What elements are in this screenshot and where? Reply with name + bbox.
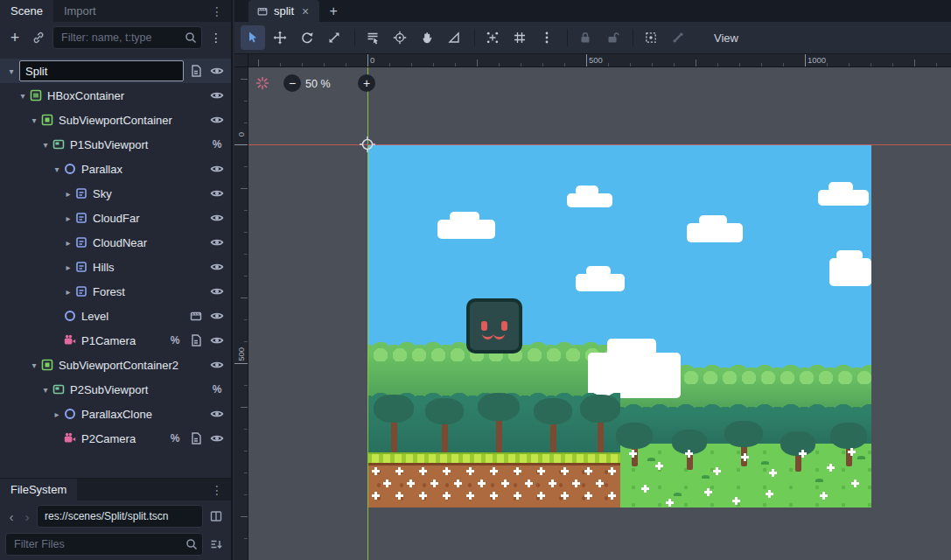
open-scene-icon[interactable]: [189, 309, 203, 323]
script-icon[interactable]: [189, 333, 203, 347]
row-badges: [210, 211, 231, 225]
visibility-eye-icon[interactable]: [210, 309, 224, 323]
back-icon[interactable]: ‹: [5, 509, 17, 524]
tree-row-p1subviewport[interactable]: ▾P1SubViewport%: [0, 132, 231, 157]
visibility-eye-icon[interactable]: [210, 162, 224, 176]
visibility-eye-icon[interactable]: [210, 358, 224, 372]
instantiate-scene-button[interactable]: [29, 28, 48, 47]
v-ruler[interactable]: 0500: [234, 67, 248, 560]
parallax-layer-icon: [74, 235, 90, 249]
tree-row-hboxcontainer[interactable]: ▾HBoxContainer: [0, 83, 231, 108]
ruler-tool-button[interactable]: [442, 25, 466, 50]
tree-row-p2camera[interactable]: P2Camera%: [0, 426, 231, 451]
current-path-input[interactable]: [37, 505, 203, 528]
flower: [563, 470, 566, 472]
tree-row-cloudnear[interactable]: ▸CloudNear: [0, 230, 231, 255]
tree-row-forest[interactable]: ▸Forest: [0, 279, 231, 304]
visibility-eye-icon[interactable]: [210, 431, 224, 445]
canvas-viewport[interactable]: − 50 % +: [248, 67, 951, 560]
row-badges: %: [168, 333, 231, 347]
visibility-eye-icon[interactable]: [210, 88, 224, 102]
pivot-tool-button[interactable]: [388, 25, 412, 50]
group-button-button[interactable]: [639, 25, 663, 50]
tree-row-hills[interactable]: ▸Hills: [0, 255, 231, 279]
list-select-tool-button[interactable]: [360, 25, 385, 50]
tree-row-subviewportcontainer2[interactable]: ▾SubViewportContainer2: [0, 353, 231, 377]
unique-name-icon[interactable]: %: [168, 333, 182, 347]
collapse-right-icon[interactable]: ▸: [62, 238, 74, 248]
node2d-icon: [63, 407, 79, 421]
collapse-down-icon[interactable]: ▾: [5, 66, 17, 76]
dock-menu-icon[interactable]: ⋮: [203, 0, 231, 22]
move-tool-button[interactable]: [268, 25, 292, 50]
filesystem-menu-icon[interactable]: ⋮: [203, 479, 231, 500]
script-icon[interactable]: [189, 431, 203, 445]
visibility-eye-icon[interactable]: [210, 333, 224, 347]
tree-row-cloudfar[interactable]: ▸CloudFar: [0, 206, 231, 230]
collapse-right-icon[interactable]: ▸: [62, 189, 74, 199]
tab-filesystem[interactable]: FileSystem: [0, 479, 77, 500]
visibility-eye-icon[interactable]: [210, 260, 224, 274]
row-badges: [210, 358, 231, 372]
flower: [772, 472, 774, 474]
cloud-puff: [829, 182, 853, 192]
file-sort-button[interactable]: [206, 535, 226, 554]
grid-snap-toggle-button[interactable]: [507, 25, 532, 50]
visibility-eye-icon[interactable]: [210, 407, 224, 421]
scale-tool-button[interactable]: [322, 25, 346, 50]
toolbar-separator: [567, 29, 568, 46]
visibility-eye-icon[interactable]: [210, 211, 224, 225]
visibility-eye-icon[interactable]: [210, 186, 224, 200]
pan-tool-button[interactable]: [415, 25, 439, 50]
file-filter-input[interactable]: [5, 533, 203, 556]
visibility-eye-icon[interactable]: [210, 113, 224, 127]
tree-row-p1camera[interactable]: P1Camera%: [0, 328, 231, 353]
collapse-right-icon[interactable]: ▸: [62, 262, 74, 272]
collapse-down-icon[interactable]: ▾: [51, 164, 63, 174]
collapse-right-icon[interactable]: ▸: [62, 287, 74, 297]
forward-icon[interactable]: ›: [21, 509, 33, 524]
subviewport-icon: [52, 137, 67, 151]
new-scene-tab-button[interactable]: +: [323, 0, 344, 22]
view-menu-button[interactable]: View: [705, 26, 747, 49]
rename-node-input[interactable]: [19, 60, 184, 81]
snap-options-menu-button[interactable]: [535, 25, 559, 50]
toggle-split-mode-button[interactable]: [206, 507, 226, 526]
tree-options-menu-icon[interactable]: ⋮: [206, 28, 226, 47]
tree-row-parallaxclone[interactable]: ▸ParallaxClone: [0, 402, 231, 426]
add-node-button[interactable]: +: [5, 28, 24, 47]
select-tool-button[interactable]: [241, 25, 265, 50]
script-icon[interactable]: [189, 64, 203, 78]
collapse-down-icon[interactable]: ▾: [28, 360, 40, 370]
collapse-down-icon[interactable]: ▾: [17, 91, 29, 101]
smart-snap-toggle-button[interactable]: [480, 25, 505, 50]
node-filter-input[interactable]: [52, 26, 202, 49]
visibility-eye-icon[interactable]: [210, 284, 224, 298]
tree-row-level[interactable]: Level: [0, 304, 231, 328]
unique-name-icon[interactable]: %: [210, 137, 224, 151]
zoom-out-button[interactable]: −: [283, 74, 301, 92]
collapse-right-icon[interactable]: ▸: [62, 214, 74, 223]
zoom-level-label[interactable]: 50 %: [305, 78, 331, 90]
tree-row-subviewportcontainer[interactable]: ▾SubViewportContainer: [0, 108, 231, 132]
collapse-right-icon[interactable]: ▸: [51, 410, 63, 419]
unique-name-icon[interactable]: %: [210, 382, 224, 396]
tree-row-p2subviewport[interactable]: ▾P2SubViewport%: [0, 377, 231, 402]
unique-name-icon[interactable]: %: [168, 431, 182, 445]
collapse-down-icon[interactable]: ▾: [39, 385, 52, 395]
tree-row-split[interactable]: ▾: [0, 59, 231, 83]
rotate-tool-button[interactable]: [295, 25, 319, 50]
h-ruler[interactable]: 05001000: [248, 54, 951, 67]
toolbar-separator: [474, 29, 475, 46]
zoom-in-button[interactable]: +: [358, 74, 375, 92]
tree-row-sky[interactable]: ▸Sky: [0, 181, 231, 206]
collapse-down-icon[interactable]: ▾: [28, 116, 40, 125]
visibility-eye-icon[interactable]: [210, 64, 224, 78]
collapse-down-icon[interactable]: ▾: [39, 140, 52, 150]
close-tab-icon[interactable]: ×: [299, 4, 311, 18]
scene-tab-split[interactable]: split ×: [248, 0, 319, 22]
tab-import[interactable]: Import: [53, 0, 107, 22]
tab-scene[interactable]: Scene: [0, 0, 53, 22]
visibility-eye-icon[interactable]: [210, 235, 224, 249]
tree-row-parallax[interactable]: ▾Parallax: [0, 157, 231, 181]
